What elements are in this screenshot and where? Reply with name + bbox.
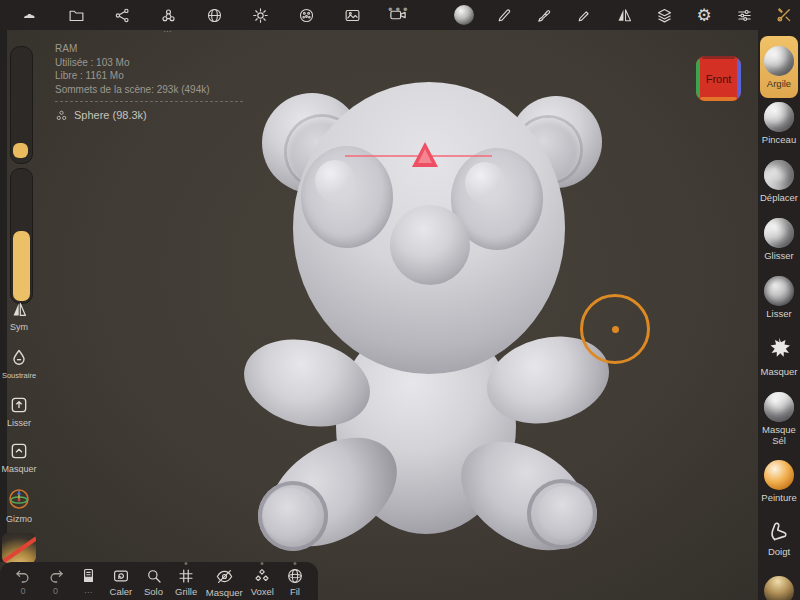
scene-stats: RAM Utilisée : 103 Mo Libre : 1161 Mo So… [55,42,243,123]
top-toolbar: … ••• [0,0,800,30]
history-more-dots: … [84,585,93,595]
mesh-icon [55,109,68,122]
smooth-modifier-label: Lisser [7,418,31,428]
clay-tool-icon [764,46,794,76]
snap-view-label: Caler [110,586,133,597]
tool-masque-sel-label2: Sél [772,436,786,446]
tool-argile[interactable]: Argile [760,36,798,98]
tool-argile-label: Argile [767,79,791,89]
scene-graph-icon[interactable] [112,5,132,25]
wireframe-button[interactable]: Fil [282,567,308,597]
stats-ram-title: RAM [55,42,243,56]
files-icon[interactable] [66,5,86,25]
bear-eye-right-highlight [465,162,505,204]
view-cube-left-edge [696,59,700,98]
symmetry-icon[interactable] [614,5,634,25]
hide-mask-button[interactable]: Masquer [206,567,243,598]
tool-masque-sel-label: Masque [762,425,796,435]
paint-tool-icon [764,460,794,490]
falloff-curve-preview[interactable] [2,533,36,563]
tool-masquer[interactable]: Masquer [761,334,798,392]
tool-peinture[interactable]: Peinture [761,460,796,518]
painting-icon[interactable] [534,5,554,25]
view-cube[interactable]: Front [696,56,741,101]
snap-camera-icon [112,567,130,585]
intensity-slider-fill[interactable] [13,231,30,301]
voxel-icon [253,567,271,585]
tool-lisser-label: Lisser [766,309,791,319]
stroke-mode-label: Soustraire [2,371,36,380]
sym-label: Sym [10,322,28,332]
mask-modifier-label: Masquer [1,464,36,474]
layers-icon[interactable] [654,5,674,25]
nomad-logo-icon[interactable] [20,5,40,25]
tool-masque-sel[interactable]: Masque Sél [762,392,796,460]
grid-label: Grille [175,586,197,597]
settings-icon[interactable]: ⚙ [694,5,714,25]
radius-slider-handle[interactable] [13,143,28,158]
falloff-slash [2,534,36,563]
tool-doigt[interactable]: Doigt [766,518,792,576]
solo-label: Solo [144,586,163,597]
tool-list: Argile Pinceau Déplacer Glisser Lisser M… [758,30,800,600]
snap-view-button[interactable]: Caler [108,567,134,597]
next-tool-icon [764,576,794,600]
voxel-options-tick [261,562,264,565]
symmetry-toggle[interactable]: Sym [0,300,38,332]
stylus-icon[interactable] [494,5,514,25]
ctrl-key-icon [9,441,29,461]
bottom-toolbar: 0 0 … Caler Solo Grille Masquer [0,562,318,600]
matcap-icon[interactable] [454,5,474,25]
left-edge-strip [0,30,7,562]
grid-options-tick [185,562,188,565]
tool-next-partial[interactable] [764,576,794,600]
tool-glisser[interactable]: Glisser [764,218,794,276]
smooth-modifier-button[interactable]: Lisser [0,395,38,428]
gizmo-button[interactable]: Gizmo [0,487,38,524]
tool-lisser[interactable]: Lisser [764,276,794,334]
stroke-icon[interactable] [574,5,594,25]
bear-foot-right-disc [538,486,592,540]
redo-button[interactable]: 0 [43,567,69,596]
tool-pinceau[interactable]: Pinceau [762,102,796,160]
bear-foot-left-disc [263,488,317,542]
voxel-label: Voxel [251,586,274,597]
history-button[interactable]: … [75,567,101,595]
tool-deplacer-label: Déplacer [760,193,798,203]
tool-peinture-label: Peinture [761,493,796,503]
voxel-button[interactable]: Voxel [249,567,275,597]
drag-tool-icon [764,218,794,248]
radius-slider[interactable] [10,46,33,164]
parameters-icon[interactable] [734,5,754,25]
undo-button[interactable]: 0 [10,567,36,596]
window-handle-dots[interactable]: ••• [388,2,411,17]
sym-icon [10,300,29,319]
bear-nose [390,205,470,285]
bear-eye-left-highlight [315,160,355,202]
gizmo-label: Gizmo [6,514,32,524]
shift-key-icon [9,395,29,415]
mask-modifier-button[interactable]: Masquer [0,441,38,474]
solo-magnifier-icon [145,567,163,585]
wireframe-label: Fil [290,586,300,597]
tool-deplacer[interactable]: Déplacer [760,160,798,218]
left-sidebar: Sym Soustraire Lisser Masquer Gizmo [0,30,38,562]
topology-more-dots: … [163,26,173,32]
intensity-slider[interactable] [10,168,33,304]
grid-button[interactable]: Grille [173,567,199,597]
lighting-icon[interactable] [250,5,270,25]
material-icon[interactable] [204,5,224,25]
topology-icon[interactable]: … [158,5,178,25]
eye-off-icon [215,567,234,586]
symmetry-plane-marker [412,142,438,167]
view-cube-right-edge [737,59,741,98]
tools-icon[interactable] [774,5,794,25]
undo-count: 0 [20,586,25,596]
wireframe-options-tick [293,562,296,565]
solo-button[interactable]: Solo [141,567,167,597]
environment-icon[interactable] [296,5,316,25]
gizmo-icon [7,487,31,511]
stroke-mode-button[interactable]: Soustraire [0,348,38,380]
brush-cursor [580,294,650,364]
background-image-icon[interactable] [342,5,362,25]
